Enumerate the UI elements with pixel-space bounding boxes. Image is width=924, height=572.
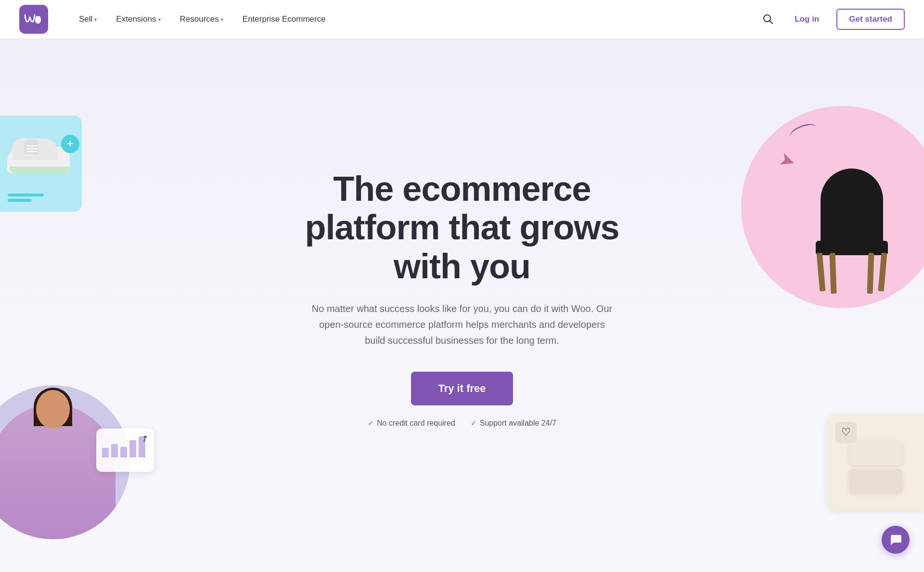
search-button[interactable]: [759, 10, 777, 28]
chevron-down-icon: ▾: [158, 17, 161, 22]
chair-leg-front-right: [867, 253, 874, 294]
no-credit-card-badge: ✓ No credit card required: [368, 419, 455, 428]
soap-bar-top: [849, 441, 902, 465]
logo[interactable]: [19, 5, 48, 34]
paper-plane-icon: ➤: [776, 147, 799, 174]
shoe-laces: [26, 145, 38, 152]
heart-badge: ♡: [835, 422, 857, 443]
hero-content: The ecommerce platform that grows with y…: [289, 169, 635, 428]
hero-section: + ↗ ➤: [0, 39, 924, 568]
chevron-down-icon: ▾: [94, 17, 97, 22]
plus-badge: +: [61, 135, 79, 153]
chair-leg-left: [817, 253, 826, 292]
nav-item-resources[interactable]: Resources ▾: [172, 11, 231, 28]
shoe-sole: [10, 167, 70, 173]
chair-image: [804, 169, 900, 294]
get-started-button[interactable]: Get started: [836, 9, 905, 30]
nav-item-sell[interactable]: Sell ▾: [71, 11, 104, 28]
soap-stack: [849, 441, 902, 493]
logo-icon: [19, 5, 48, 34]
login-button[interactable]: Log in: [789, 11, 825, 28]
soap-bar-bottom: [849, 469, 902, 493]
nav-item-extensions[interactable]: Extensions ▾: [108, 11, 168, 28]
header-right: Log in Get started: [759, 9, 905, 30]
nav-item-enterprise[interactable]: Enterprise Ecommerce: [235, 11, 334, 28]
hero-trust-badges: ✓ No credit card required ✓ Support avai…: [289, 419, 635, 428]
support-badge: ✓ Support available 24/7: [471, 419, 556, 428]
shoe-image: +: [7, 130, 75, 173]
soap-card-decoration: ♡: [828, 414, 924, 510]
chair-leg-front-left: [830, 253, 837, 294]
check-icon: ✓: [368, 419, 374, 428]
svg-line-2: [770, 21, 773, 24]
hero-title: The ecommerce platform that grows with y…: [289, 169, 635, 286]
main-nav: Sell ▾ Extensions ▾ Resources ▾ Enterpri…: [71, 11, 759, 28]
woman-silhouette: [0, 404, 116, 539]
pink-circle-decoration: ➤: [741, 106, 924, 308]
try-it-free-button[interactable]: Try it free: [411, 372, 513, 405]
header: Sell ▾ Extensions ▾ Resources ▾ Enterpri…: [0, 0, 924, 39]
shoe-card-decoration: +: [0, 116, 82, 212]
chat-button[interactable]: [882, 526, 910, 554]
chevron-down-icon: ▾: [221, 17, 223, 22]
woman-head: [36, 390, 70, 429]
curl-decoration: [788, 121, 820, 144]
chart-widget-decoration: ↗: [96, 429, 154, 472]
check-icon: ✓: [471, 419, 477, 428]
chair-back: [821, 169, 883, 246]
hero-subtitle: No matter what success looks like for yo…: [308, 301, 616, 349]
chair-seat: [816, 241, 888, 255]
chair-leg-right: [878, 253, 887, 292]
shoe-bar-lines: [8, 194, 46, 204]
